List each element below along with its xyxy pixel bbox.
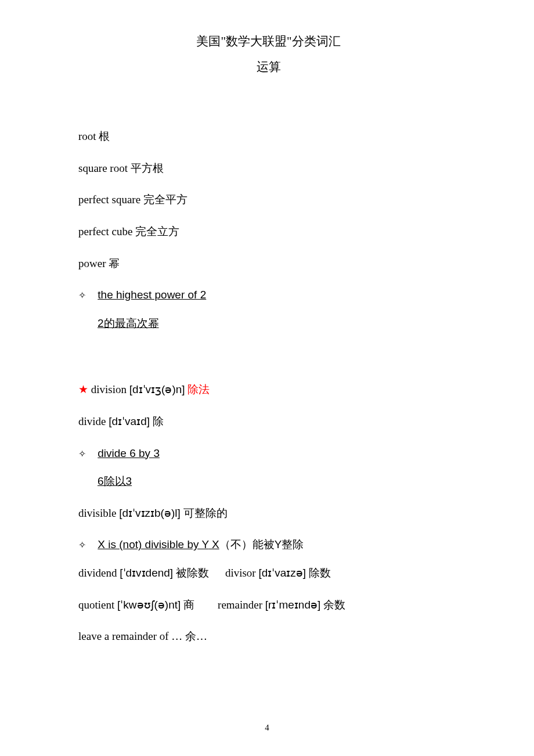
quotient-phonetic: [ˈkwəʊʃ(ə)nt] (117, 599, 181, 611)
diamond-icon: ✧ (78, 539, 95, 552)
term-en: square root (78, 162, 128, 174)
term-cn: 根 (96, 130, 110, 142)
document-header: 美国"数学大联盟"分类词汇 运算 (78, 32, 459, 77)
term-cn: 完全平方 (140, 193, 187, 206)
divisor-cn: 除数 (306, 567, 331, 579)
header-title: 美国"数学大联盟"分类词汇 (78, 32, 459, 52)
document-body: root 根 square root 平方根 perfect square 完全… (78, 129, 459, 645)
vocab-leave-remainder: leave a remainder of … 余… (78, 629, 459, 645)
vocab-divide: divide [dɪˈvaɪd] 除 (78, 414, 459, 430)
dividend-en: dividend (78, 567, 120, 579)
term-en: perfect cube (78, 225, 132, 237)
example-text-cn: （不）能被Y整除 (219, 538, 304, 550)
example-divide-cn: 6除以3 (78, 474, 459, 489)
diamond-icon: ✧ (78, 448, 95, 460)
example-text: the highest power of 2 (98, 289, 206, 301)
example-highest-power: ✧ the highest power of 2 (78, 287, 459, 303)
example-text-a: X is (not) divisible by Y (98, 538, 209, 550)
topic-cn: 除法 (185, 383, 210, 395)
term-en: leave a remainder of … (78, 630, 182, 642)
topic-division: ★ division [dɪˈvɪʒ(ə)n] 除法 (78, 382, 459, 398)
vocab-dividend-divisor: dividend [ˈdɪvɪdend] 被除数divisor [dɪˈvaɪz… (78, 566, 459, 581)
vocab-quotient-remainder: quotient [ˈkwəʊʃ(ə)nt] 商remainder [rɪˈme… (78, 597, 459, 613)
term-cn: 可整除的 (181, 507, 228, 519)
quotient-cn: 商 (181, 599, 194, 611)
term-cn: 幂 (106, 257, 120, 269)
remainder-cn: 余数 (320, 599, 345, 611)
vocab-perfect-cube: perfect cube 完全立方 (78, 224, 459, 240)
term-phonetic: [dɪˈvaɪd] (109, 415, 150, 427)
vocab-square-root: square root 平方根 (78, 161, 459, 177)
term-cn: 除 (150, 415, 164, 427)
term-cn: 完全立方 (132, 225, 179, 237)
star-icon: ★ (78, 383, 91, 395)
example-divide: ✧ divide 6 by 3 (78, 446, 459, 462)
example-translation: 2的最高次幂 (98, 317, 159, 329)
vocab-perfect-square: perfect square 完全平方 (78, 192, 459, 208)
topic-phonetic: [dɪˈvɪʒ(ə)n] (129, 383, 185, 395)
dividend-cn: 被除数 (173, 567, 209, 579)
page-number: 4 (0, 723, 534, 733)
term-en: divide (78, 415, 109, 427)
diamond-icon: ✧ (78, 289, 95, 302)
term-en: perfect square (78, 193, 140, 206)
example-text-b: X (209, 538, 219, 550)
remainder-en: remainder (218, 599, 265, 611)
header-subtitle: 运算 (78, 57, 459, 77)
vocab-power: power 幂 (78, 256, 459, 272)
example-divisible-by: ✧ X is (not) divisible by Y X（不）能被Y整除 (78, 537, 459, 553)
example-translation: 6除以3 (98, 475, 132, 487)
remainder-phonetic: [rɪˈmeɪndə] (265, 599, 320, 611)
example-highest-power-cn: 2的最高次幂 (78, 316, 459, 332)
term-cn: 平方根 (128, 162, 164, 174)
example-text: divide 6 by 3 (98, 447, 160, 459)
dividend-phonetic: [ˈdɪvɪdend] (120, 567, 173, 579)
divisor-phonetic: [dɪˈvaɪzə] (258, 567, 306, 579)
vocab-divisible: divisible [dɪˈvɪzɪb(ə)l] 可整除的 (78, 506, 459, 521)
divisor-en: divisor (225, 567, 259, 579)
term-en: root (78, 130, 96, 142)
term-en: power (78, 257, 106, 269)
vocab-root: root 根 (78, 129, 459, 145)
topic-en: division (91, 383, 129, 395)
term-phonetic: [dɪˈvɪzɪb(ə)l] (119, 507, 181, 519)
quotient-en: quotient (78, 599, 117, 611)
term-cn: 余… (182, 630, 207, 642)
term-en: divisible (78, 507, 119, 519)
